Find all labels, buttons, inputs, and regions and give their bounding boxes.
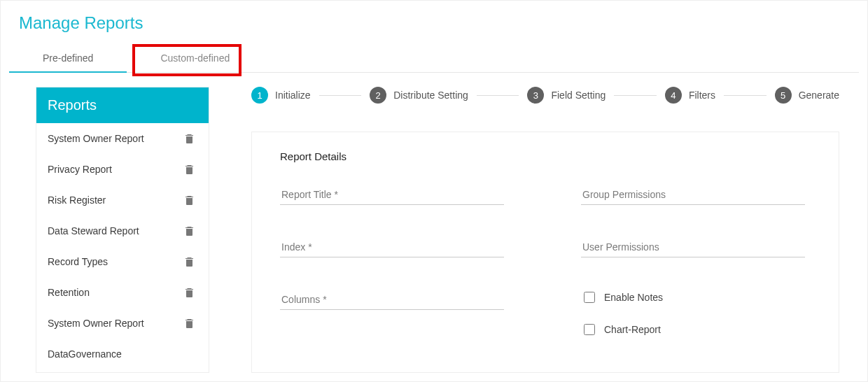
tab-predefined[interactable]: Pre-defined <box>9 43 127 72</box>
step-label: Field Setting <box>551 90 606 101</box>
chart-report-checkbox[interactable]: Chart-Report <box>581 322 805 337</box>
page-title: Manage Reports <box>19 13 867 33</box>
chart-report-label: Chart-Report <box>604 324 661 335</box>
sidebar-item[interactable]: Retention <box>36 277 209 308</box>
enable-notes-label: Enable Notes <box>604 292 663 303</box>
sidebar-item-label: Retention <box>48 287 90 298</box>
step-label: Distribute Setting <box>393 90 468 101</box>
stepper: 1 Initialize 2 Distribute Setting 3 Fiel… <box>251 87 839 104</box>
sidebar-item-label: Data Steward Report <box>48 225 139 236</box>
step-number: 4 <box>665 87 682 104</box>
step-label: Filters <box>689 90 715 101</box>
sidebar-header: Reports <box>36 87 209 123</box>
trash-icon[interactable] <box>186 227 193 236</box>
trash-icon[interactable] <box>186 134 193 143</box>
step-label: Generate <box>799 90 839 101</box>
sidebar-item[interactable]: DataGovernance <box>36 339 209 369</box>
sidebar-item[interactable]: Privacy Report <box>36 154 209 185</box>
columns-input[interactable] <box>280 290 504 310</box>
report-details-card: Report Details <box>251 132 839 373</box>
step-filters[interactable]: 4 Filters <box>665 87 715 104</box>
tabs: Pre-defined Custom-defined <box>9 43 859 73</box>
chart-report-input[interactable] <box>584 324 595 335</box>
trash-icon[interactable] <box>186 319 193 328</box>
sidebar-item[interactable]: Risk Register <box>36 185 209 215</box>
trash-icon[interactable] <box>186 288 193 297</box>
step-divider <box>724 95 766 96</box>
step-number: 3 <box>527 87 544 104</box>
step-distribute-setting[interactable]: 2 Distribute Setting <box>370 87 468 104</box>
sidebar-item-label: System Owner Report <box>48 133 144 144</box>
sidebar: Reports System Owner Report Privacy Repo… <box>36 87 209 373</box>
step-divider <box>477 95 519 96</box>
sidebar-item[interactable]: Data Steward Report <box>36 215 209 246</box>
step-divider <box>319 95 362 96</box>
user-permissions-input[interactable] <box>581 237 805 257</box>
step-number: 2 <box>370 87 386 104</box>
group-permissions-input[interactable] <box>581 185 805 205</box>
step-generate[interactable]: 5 Generate <box>775 87 839 104</box>
trash-icon[interactable] <box>186 165 193 174</box>
tab-custom-defined[interactable]: Custom-defined <box>127 43 263 72</box>
step-initialize[interactable]: 1 Initialize <box>251 87 311 104</box>
step-field-setting[interactable]: 3 Field Setting <box>527 87 606 104</box>
enable-notes-checkbox[interactable]: Enable Notes <box>581 290 805 305</box>
trash-icon[interactable] <box>186 257 193 267</box>
step-divider <box>614 95 657 96</box>
trash-icon[interactable] <box>186 196 193 205</box>
enable-notes-input[interactable] <box>584 292 595 303</box>
step-label: Initialize <box>275 90 311 101</box>
sidebar-item-label: Privacy Report <box>48 164 112 175</box>
sidebar-item[interactable]: System Owner Report <box>36 308 209 339</box>
step-number: 5 <box>775 87 792 104</box>
index-input[interactable] <box>280 237 504 257</box>
card-title: Report Details <box>280 150 811 162</box>
step-number: 1 <box>251 87 268 104</box>
sidebar-item-label: Record Types <box>48 256 108 267</box>
sidebar-item-label: Risk Register <box>48 194 106 206</box>
sidebar-item-label: DataGovernance <box>48 348 122 360</box>
report-title-input[interactable] <box>280 185 504 205</box>
sidebar-item[interactable]: System Owner Report <box>36 123 209 154</box>
sidebar-item-label: System Owner Report <box>48 318 144 329</box>
sidebar-item[interactable]: Record Types <box>36 246 209 277</box>
